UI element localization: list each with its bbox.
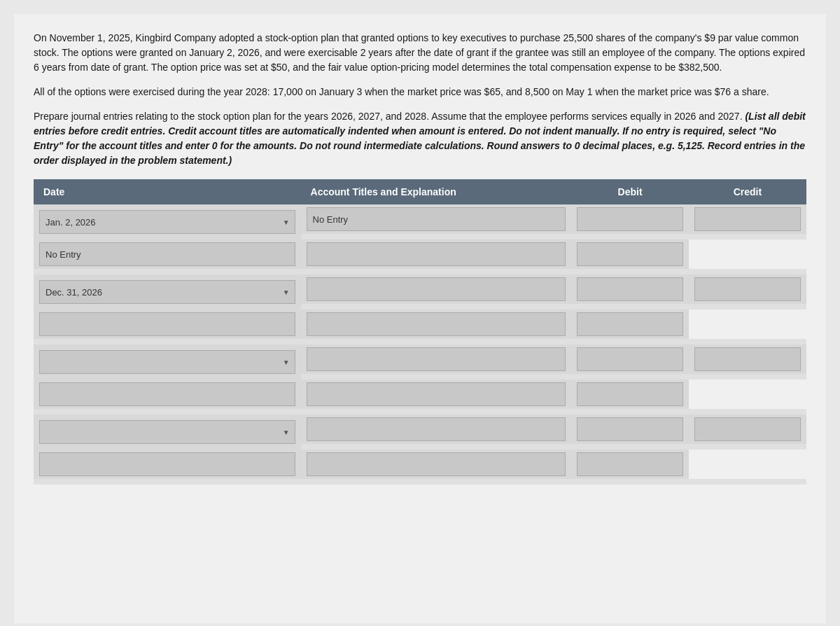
header-account: Account Titles and Explanation (301, 179, 572, 204)
date-cell-s0: Jan. 2, 2026▼ (34, 204, 301, 239)
date-cell-s1: Dec. 31, 2026▼ (34, 274, 301, 309)
date-cell-s3: ▼ (34, 415, 301, 450)
account-cell-s1-r1 (34, 309, 301, 339)
debit-input-s3-r0[interactable] (577, 417, 683, 441)
account-input-s0-r1[interactable] (39, 242, 295, 266)
credit-cell-s1-r0 (689, 274, 806, 304)
credit-cell-s1-r1 (571, 309, 689, 339)
section-separator (34, 409, 806, 415)
credit-cell-s0-r0 (689, 204, 806, 234)
credit-input-s2-r0[interactable] (694, 347, 801, 371)
date-wrapper-s0: Jan. 2, 2026▼ (39, 210, 295, 234)
debit-input-s1-r1[interactable] (307, 312, 566, 336)
date-wrapper-s3: ▼ (39, 420, 295, 444)
date-select-s3[interactable] (39, 420, 295, 444)
account-input-s1-r0[interactable] (307, 277, 566, 301)
date-select-s0[interactable]: Jan. 2, 2026 (39, 210, 295, 234)
credit-cell-s3-r1 (571, 450, 689, 479)
debit-cell-s3-r0 (571, 415, 689, 444)
page-container: On November 1, 2025, Kingbird Company ad… (14, 14, 826, 623)
debit-input-s0-r1[interactable] (307, 242, 566, 266)
credit-cell-s0-r1 (571, 239, 689, 269)
credit-input-s3-r1[interactable] (577, 452, 683, 476)
debit-cell-s3-r1 (301, 450, 572, 479)
header-debit: Debit (571, 179, 689, 204)
debit-cell-s0-r0 (571, 204, 689, 234)
date-wrapper-s1: Dec. 31, 2026▼ (39, 280, 295, 304)
date-cell-s2: ▼ (34, 345, 301, 380)
credit-cell-s2-r0 (689, 345, 806, 374)
section-separator (34, 269, 806, 274)
account-input-s2-r1[interactable] (39, 382, 295, 406)
credit-input-s0-r0[interactable] (694, 207, 801, 231)
account-cell-s2-r1 (34, 380, 301, 409)
debit-cell-s2-r0 (571, 345, 689, 374)
account-cell-s2-r0 (301, 345, 572, 374)
credit-cell-s3-r0 (689, 415, 806, 444)
credit-input-s0-r1[interactable] (577, 242, 683, 266)
debit-cell-s1-r0 (571, 274, 689, 304)
header-credit: Credit (689, 179, 806, 204)
account-input-s0-r0[interactable] (307, 207, 566, 231)
debit-cell-s1-r1 (301, 309, 572, 339)
section-separator (34, 339, 806, 345)
journal-table: Date Account Titles and Explanation Debi… (34, 179, 806, 485)
paragraph-1: On November 1, 2025, Kingbird Company ad… (34, 31, 806, 75)
account-cell-s3-r0 (301, 415, 572, 444)
debit-input-s0-r0[interactable] (577, 207, 683, 231)
account-cell-s0-r0 (301, 204, 572, 234)
credit-cell-s2-r1 (571, 380, 689, 409)
credit-input-s1-r1[interactable] (577, 312, 683, 336)
debit-cell-s2-r1 (301, 380, 572, 409)
paragraph-3-start: Prepare journal entries relating to the … (34, 111, 745, 122)
debit-input-s2-r0[interactable] (577, 347, 683, 371)
debit-input-s2-r1[interactable] (307, 382, 566, 406)
credit-input-s3-r0[interactable] (694, 417, 801, 441)
description-block: On November 1, 2025, Kingbird Company ad… (34, 31, 806, 168)
date-select-s2[interactable] (39, 350, 295, 374)
date-wrapper-s2: ▼ (39, 350, 295, 374)
account-input-s2-r0[interactable] (307, 347, 566, 371)
account-input-s3-r0[interactable] (307, 417, 566, 441)
debit-input-s1-r0[interactable] (577, 277, 683, 301)
section-separator (34, 479, 806, 485)
account-cell-s3-r1 (34, 450, 301, 479)
header-date: Date (34, 179, 301, 204)
account-cell-s0-r1 (34, 239, 301, 269)
account-input-s1-r1[interactable] (39, 312, 295, 336)
paragraph-2: All of the options were exercised during… (34, 85, 806, 99)
debit-cell-s0-r1 (301, 239, 572, 269)
debit-input-s3-r1[interactable] (307, 452, 566, 476)
account-input-s3-r1[interactable] (39, 452, 295, 476)
paragraph-3: Prepare journal entries relating to the … (34, 109, 806, 168)
date-select-s1[interactable]: Dec. 31, 2026 (39, 280, 295, 304)
account-cell-s1-r0 (301, 274, 572, 304)
credit-input-s1-r0[interactable] (694, 277, 801, 301)
credit-input-s2-r1[interactable] (577, 382, 683, 406)
